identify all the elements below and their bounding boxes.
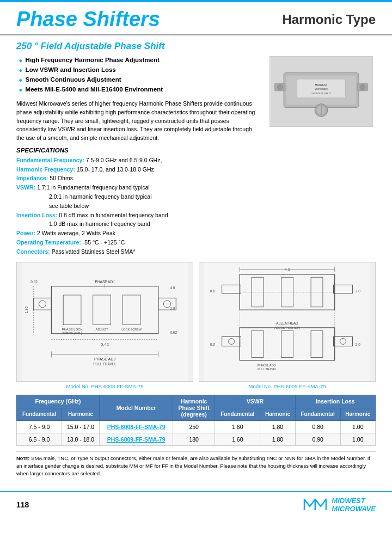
svg-text:0.6: 0.6: [210, 289, 215, 292]
left-diagram-svg: 5.42 1.80 PHASE LOCK SCREW (2 PL) ADJUST…: [17, 262, 193, 381]
td-il-harm-2: 1.00: [340, 433, 375, 445]
td-il-harm-1: 1.00: [340, 420, 375, 433]
th-fundamental: Fundamental: [17, 408, 62, 420]
logo-svg: [302, 497, 329, 513]
logo-text-container: MIDWEST MICROWAVE: [332, 497, 376, 513]
td-harmonic-1: 15.0 - 17.0: [62, 420, 100, 433]
td-fundamental-2: 6.5 - 9.0: [17, 433, 62, 445]
left-diagram-caption: Model No. PHS-6008-FF-SMA-79: [16, 383, 193, 389]
vswr-label: VSWR:: [16, 183, 35, 192]
specs-title: SPECIFICATIONS: [16, 147, 376, 154]
page-number: 118: [16, 500, 29, 509]
td-il-fund-1: 0.80: [295, 420, 340, 433]
vswr-value: 1.7:1 in Fundamental frequency band typi…: [37, 183, 150, 192]
footer-logo: MIDWEST MICROWAVE: [302, 497, 376, 513]
feature-3: Smooth Continuous Adjustment: [19, 76, 259, 85]
page-footer: 118 MIDWEST MICROWAVE: [0, 491, 392, 517]
power-label: Power:: [16, 229, 35, 238]
spec-harm-freq: Harmonic Frequency: 15.0- 17.0, and 13.0…: [16, 165, 376, 174]
spec-insertion-loss: Insertion Loss: 0.8 dB max in fundamenta…: [16, 211, 376, 220]
product-svg: MIDWEST MICROWAVE PHS-6008-FF-SMA-79: [270, 57, 372, 126]
fund-freq-value: 7.5-9.0 GHz and 6.5-9.0 GHz,: [86, 156, 162, 165]
th-harmonic: Harmonic: [62, 408, 100, 420]
td-fundamental-1: 7.5 - 9.0: [17, 420, 62, 433]
svg-text:5.42: 5.42: [101, 341, 109, 346]
connectors-label: Connectors:: [16, 247, 50, 256]
spec-power: Power: 2 Watts average, 2 Watts Peak: [16, 229, 376, 238]
features-list: High Frequency Harmonic Phase Adjustment…: [16, 56, 259, 95]
th-il-harmonic: Harmonic: [340, 408, 375, 420]
page-title: Phase Shifters: [16, 8, 160, 31]
page-header: Phase Shifters Harmonic Type: [0, 2, 392, 35]
td-harmonic-2: 13.0 - 18.0: [62, 433, 100, 445]
harm-freq-value: 15.0- 17.0, and 13.0-18.0 GHz: [77, 165, 154, 174]
vswr-indent-2: see table below: [16, 201, 376, 211]
feature-2: Low VSWR and Insertion Loss: [19, 66, 259, 76]
il-label: Insertion Loss:: [16, 211, 57, 220]
page-content: 250 ° Field Adjustable Phase Shift High …: [0, 35, 392, 491]
svg-text:FULL TRAVEL: FULL TRAVEL: [258, 368, 277, 371]
op-temp-value: -55 °C - +125 °C: [83, 238, 125, 247]
svg-text:0.62: 0.62: [170, 330, 177, 334]
svg-text:FULL TRAVEL: FULL TRAVEL: [93, 362, 117, 365]
table-header-row-1: Frequency (GHz) Model Number HarmonicPha…: [17, 395, 376, 408]
right-diagram-caption: Model No. PHS-6009-FF-SMA-79: [199, 383, 376, 389]
table-row: 7.5 - 9.0 15.0 - 17.0 PHS-6008-FF-SMA-79…: [17, 420, 376, 433]
svg-text:0.62: 0.62: [30, 280, 38, 284]
impedance-label: Impedance:: [16, 174, 48, 183]
op-temp-label: Operating Temperature:: [16, 238, 81, 247]
svg-text:PHASE LOCK: PHASE LOCK: [62, 328, 82, 331]
right-diagram-svg: 6.0 AL: [199, 262, 375, 381]
svg-point-10: [360, 84, 365, 90]
svg-text:ADJUST: ADJUST: [95, 328, 108, 331]
feature-4: Meets Mil-E-5400 and Mil-E16400 Environm…: [19, 85, 259, 95]
td-model-1[interactable]: PHS-6008-FF-SMA-79: [100, 420, 173, 433]
product-photo: MIDWEST MICROWAVE PHS-6008-FF-SMA-79: [270, 56, 373, 127]
specs-table: Fundamental Frequency: 7.5-9.0 GHz and 6…: [16, 156, 376, 256]
diagram-left: 5.42 1.80 PHASE LOCK SCREW (2 PL) ADJUST…: [16, 262, 193, 382]
svg-point-8: [277, 84, 283, 90]
diagrams-section: 5.42 1.80 PHASE LOCK SCREW (2 PL) ADJUST…: [16, 262, 376, 389]
connectors-value: Passivated Stainless Steel SMA*: [52, 247, 136, 256]
td-model-2[interactable]: PHS-6009-FF-SMA-79: [100, 433, 173, 445]
td-vswr-fund-2: 1.60: [215, 433, 260, 445]
svg-text:6.0: 6.0: [285, 268, 290, 272]
spec-vswr: VSWR: 1.7:1 in Fundamental frequency ban…: [16, 183, 376, 192]
svg-text:PHASE ADJ: PHASE ADJ: [95, 280, 115, 284]
td-phase-shift-2: 180: [173, 433, 215, 445]
features-layout: High Frequency Harmonic Phase Adjustment…: [16, 56, 376, 143]
harm-freq-label: Harmonic Frequency:: [16, 165, 75, 174]
product-image-container: MIDWEST MICROWAVE PHS-6008-FF-SMA-79: [267, 56, 376, 143]
svg-text:ADJUST SCREW: ADJUST SCREW: [274, 326, 300, 329]
logo-line-2: MICROWAVE: [332, 505, 376, 513]
logo-line-1: MIDWEST: [332, 497, 376, 505]
table-row: 6.5 - 9.0 13.0 - 18.0 PHS-6009-FF-SMA-79…: [17, 433, 376, 445]
svg-text:LOCK SCREW: LOCK SCREW: [121, 328, 142, 331]
th-model-number: Model Number: [100, 395, 173, 420]
td-vswr-harm-2: 1.80: [260, 433, 295, 445]
th-vswr-harmonic: Harmonic: [260, 408, 295, 420]
svg-text:ALLEN HEAD: ALLEN HEAD: [276, 321, 298, 325]
diagram-right: 6.0 AL: [199, 262, 376, 382]
features-and-desc: High Frequency Harmonic Phase Adjustment…: [16, 56, 259, 143]
diagram-right-container: 6.0 AL: [199, 262, 376, 389]
svg-text:PHS-6008-FF-SMA-79: PHS-6008-FF-SMA-79: [312, 93, 331, 95]
page-subtitle: Harmonic Type: [282, 12, 376, 27]
td-vswr-harm-1: 1.80: [260, 420, 295, 433]
svg-text:0.6: 0.6: [210, 342, 215, 346]
td-il-fund-2: 0.90: [295, 433, 340, 445]
th-frequency: Frequency (GHz): [17, 395, 100, 408]
svg-text:MICROWAVE: MICROWAVE: [315, 88, 328, 90]
power-value: 2 Watts average, 2 Watts Peak: [37, 229, 115, 238]
svg-text:2.0: 2.0: [170, 307, 175, 310]
impedance-value: 50 Ohms: [50, 174, 73, 183]
svg-text:2.0: 2.0: [356, 289, 360, 292]
svg-text:PHASE ADJ: PHASE ADJ: [258, 363, 275, 366]
vswr-indent-1: 2.0:1 in harmonic frequency band typical: [16, 192, 376, 201]
fund-freq-label: Fundamental Frequency:: [16, 156, 84, 165]
specs-data-table: Frequency (GHz) Model Number HarmonicPha…: [16, 395, 376, 446]
spec-fund-freq: Fundamental Frequency: 7.5-9.0 GHz and 6…: [16, 156, 376, 165]
th-phase-shift: HarmonicPhase Shift(degrees): [173, 395, 215, 420]
note-label: Note:: [16, 455, 29, 461]
diagram-left-container: 5.42 1.80 PHASE LOCK SCREW (2 PL) ADJUST…: [16, 262, 193, 389]
